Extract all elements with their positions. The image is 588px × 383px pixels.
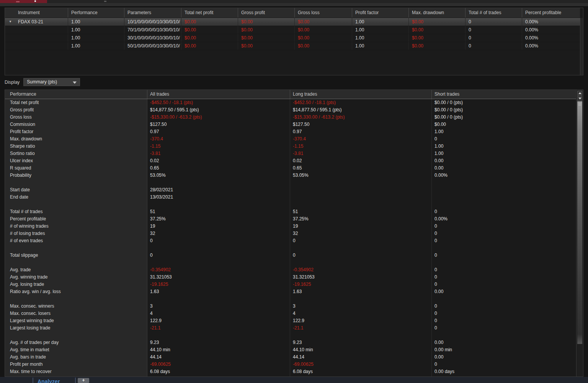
cell-gross-loss: $0.00	[295, 42, 352, 50]
cell-text: $0.00	[185, 43, 196, 49]
perf-row-total-net-profit: Total net profit-$452.50 / -18.1 (pts)-$…	[5, 99, 576, 106]
top-table-scrollbar[interactable]	[580, 18, 583, 75]
metric-value-long	[290, 332, 432, 339]
add-tab-button[interactable]: +	[78, 378, 89, 383]
metric-label	[5, 244, 147, 252]
scroll-up-button[interactable]	[577, 91, 582, 96]
scroll-down-button[interactable]	[577, 96, 582, 101]
metric-value-long: 3	[290, 303, 432, 310]
column-header-total-of-trades[interactable]: Total # of trades	[466, 8, 522, 18]
perf-row-avg-trade: Avg. trade-0.354902-0.3549020	[5, 266, 576, 274]
metric-value-long: -19.1625	[290, 281, 432, 288]
metric-value-all: 32	[147, 230, 290, 237]
metric-value-all: -69.00625	[147, 361, 290, 368]
metric-label: Avg. bars in trade	[5, 354, 147, 361]
perf-row-avg-time-in-market: Avg. time in market44.10 min44.10 min0.0…	[5, 346, 576, 354]
top-table-header: InstrumentPerformanceParametersTotal net…	[5, 8, 580, 18]
metric-value-all	[147, 259, 290, 266]
cell-text: 1.00	[71, 35, 80, 41]
active-window-tab-partial[interactable]	[0, 0, 47, 3]
metric-value-short: 0.00	[432, 354, 576, 361]
metric-value-short: 1.00	[432, 150, 576, 157]
metric-value-long: 19	[290, 223, 432, 230]
perf-row-avg-winning-trade: Avg. winning trade31.32105331.3210530	[5, 274, 576, 281]
metric-value-long	[290, 201, 432, 208]
cell-performance: 1.00	[68, 26, 124, 34]
metric-label	[5, 332, 147, 339]
display-label: Display	[5, 80, 20, 85]
result-row[interactable]: 1.0070/1/0/0/0/0/0/10/30/0/10/$0.00$0.00…	[5, 26, 580, 34]
perf-row-sharpe-ratio: Sharpe ratio-1.15-1.151.00	[5, 143, 576, 150]
metric-label: Largest losing trade	[5, 324, 147, 332]
result-row[interactable]: 1.0050/1/0/0/0/0/0/10/30/0/10/$0.00$0.00…	[5, 42, 580, 50]
metric-value-short: $0.00 / 0 (pts)	[432, 106, 576, 114]
cell-text: 0	[469, 35, 471, 41]
metric-value-short: 0.00	[432, 288, 576, 295]
cell-text: 0	[469, 43, 471, 49]
column-header-gross-loss[interactable]: Gross loss	[295, 8, 352, 18]
cell-instrument	[5, 26, 68, 34]
cell-text: 30/1/0/0/0/0/0/10/30/0/10/	[127, 35, 180, 41]
cell-percent-profitable: 0.00%	[522, 34, 580, 42]
column-header-all-trades[interactable]: All trades	[147, 90, 290, 99]
result-row[interactable]: ▼FDAX 03-211.0010/1/0/0/0/0/0/10/30/0/10…	[5, 18, 580, 26]
triangle-down-icon	[578, 98, 581, 99]
metric-value-long	[290, 186, 432, 194]
perf-spacer-row	[5, 244, 576, 252]
tab-analyzer[interactable]: Analyzer	[38, 378, 60, 383]
cell-gross-loss: $0.00	[295, 34, 352, 42]
column-header-performance[interactable]: Performance	[68, 8, 124, 18]
metric-value-short	[432, 244, 576, 252]
metric-value-short: 0	[432, 223, 576, 230]
column-header-profit-factor[interactable]: Profit factor	[352, 8, 409, 18]
optimization-results-table: InstrumentPerformanceParametersTotal net…	[5, 8, 583, 75]
scrollbar-thumb[interactable]	[577, 101, 582, 344]
perf-row-gross-profit: Gross profit$14,877.50 / 595.1 (pts)$14,…	[5, 106, 576, 114]
perf-table-scrollbar[interactable]	[576, 90, 583, 376]
metric-label: # of winning trades	[5, 223, 147, 230]
metric-label: Avg. trade	[5, 266, 147, 274]
metric-value-short	[432, 179, 576, 186]
column-header-instrument[interactable]: Instrument	[5, 8, 68, 18]
cell-gross-profit: $0.00	[238, 42, 295, 50]
metric-value-all: 51	[147, 208, 290, 215]
column-header-performance[interactable]: Performance	[5, 90, 147, 99]
metric-value-all: 122.9	[147, 317, 290, 324]
column-header-gross-profit[interactable]: Gross profit	[238, 8, 295, 18]
column-header-max-drawdown[interactable]: Max. drawdown	[409, 8, 466, 18]
metric-value-all: 0.97	[147, 128, 290, 135]
display-dropdown[interactable]: Summary (pts)	[23, 78, 80, 86]
result-row[interactable]: 1.0030/1/0/0/0/0/0/10/30/0/10/$0.00$0.00…	[5, 34, 580, 42]
column-header-percent-profitable[interactable]: Percent profitable	[522, 8, 580, 18]
cell-text: 0	[469, 19, 471, 24]
metric-value-short: 0.00	[432, 165, 576, 172]
metric-value-long: 4	[290, 310, 432, 317]
metric-value-all	[147, 201, 290, 208]
metric-value-all: 0	[147, 237, 290, 244]
cell-performance: 1.00	[68, 34, 124, 42]
perf-spacer-row	[5, 259, 576, 266]
window-tab-strip	[0, 0, 588, 3]
perf-spacer-row	[5, 295, 576, 303]
perf-row-commission: Commission$127.50$127.50$0.00	[5, 121, 576, 128]
metric-value-all: 0	[147, 252, 290, 259]
cell-max-drawdown: $0.00	[409, 34, 466, 42]
metric-value-short: 0.00 days	[432, 368, 576, 375]
metric-value-all: 0.02	[147, 157, 290, 165]
column-header-long-trades[interactable]: Long trades	[290, 90, 432, 99]
metric-value-all: 31.321053	[147, 274, 290, 281]
metric-value-short: $0.00	[432, 121, 576, 128]
column-header-short-trades[interactable]: Short trades	[432, 90, 576, 99]
column-header-total-net-profit[interactable]: Total net profit	[181, 8, 238, 18]
perf-row-ratio-avg-win-avg-loss: Ratio avg. win / avg. loss1.631.630.00	[5, 288, 576, 295]
cell-total-net-profit: $0.00	[181, 26, 238, 34]
metric-value-long: 0.02	[290, 157, 432, 165]
metric-value-long	[290, 179, 432, 186]
metric-label: # of losing trades	[5, 230, 147, 237]
metric-value-all	[147, 244, 290, 252]
expand-arrow-icon[interactable]: ▼	[9, 18, 12, 26]
cell-parameters: 30/1/0/0/0/0/0/10/30/0/10/	[124, 34, 181, 42]
perf-row-of-losing-trades: # of losing trades32320	[5, 230, 576, 237]
column-header-parameters[interactable]: Parameters	[124, 8, 181, 18]
metric-label	[5, 179, 147, 186]
